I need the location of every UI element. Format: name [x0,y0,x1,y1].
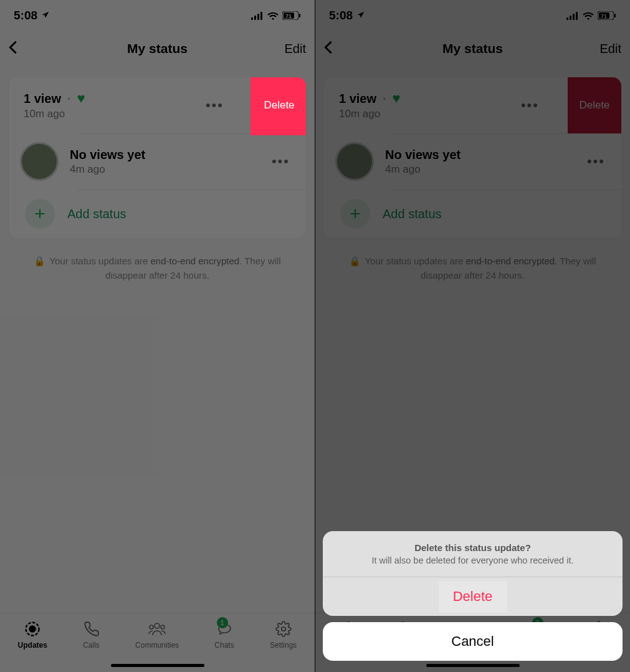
battery-icon: 71 [598,11,616,20]
svg-rect-2 [257,14,259,20]
action-sheet: Delete this status update? It will also … [323,531,623,661]
status-item[interactable]: 1 view · ♥ 10m ago ••• Delete [324,77,621,133]
add-status-row[interactable]: + Add status [324,190,621,238]
ios-status-bar: 5:08 71 [315,0,630,31]
status-item[interactable]: No views yet 4m ago ••• [324,133,621,190]
heart-icon: ♥ [393,90,401,107]
status-time: 10m ago [339,108,516,120]
gear-icon [275,620,292,638]
status-item[interactable]: No views yet 4m ago ••• [9,133,306,190]
location-arrow-icon [356,9,365,22]
status-time: 4m ago [70,163,267,176]
wifi-icon [583,12,594,20]
cellular-signal-icon [251,12,264,20]
encrypted-link[interactable]: end-to-end encrypted [151,256,240,266]
add-status-row[interactable]: + Add status [9,190,306,238]
add-status-label: Add status [67,207,126,221]
svg-rect-14 [566,17,568,20]
more-options-icon[interactable]: ••• [201,92,229,118]
svg-rect-3 [260,12,262,20]
sheet-subtitle: It will also be deleted for everyone who… [323,555,623,577]
chats-badge: 1 [217,617,228,628]
encryption-footnote: 🔒Your status updates are end-to-end encr… [315,238,630,282]
swipe-delete-button[interactable]: Delete [252,77,306,133]
page-title: My status [0,41,315,56]
nav-header: My status Edit [0,31,315,66]
phone-screenshot-left: 5:08 71 My status [0,0,315,672]
svg-rect-0 [251,17,253,20]
svg-point-11 [150,625,153,629]
home-indicator[interactable] [111,664,204,667]
location-arrow-icon [41,9,50,22]
tab-bar: Updates Calls Communities 1 Chats Settin… [0,613,315,672]
cellular-signal-icon [566,12,579,20]
svg-rect-20 [614,14,616,17]
battery-icon: 71 [282,11,301,20]
lock-icon: 🔒 [34,256,45,266]
tab-chats[interactable]: 1 Chats [214,620,234,672]
wifi-icon [267,12,279,20]
svg-text:71: 71 [601,13,607,19]
svg-rect-16 [573,14,575,20]
status-view-count: 1 view [339,92,376,106]
updates-icon [24,620,41,638]
status-view-count: 1 view [24,92,61,106]
clock-time: 5:08 [329,9,353,22]
status-item[interactable]: 1 view · ♥ 10m ago ••• Delete [9,77,306,133]
status-view-count: No views yet [385,148,461,162]
heart-icon: ♥ [77,90,85,107]
svg-point-13 [281,627,285,631]
page-title: My status [315,41,630,56]
status-view-count: No views yet [70,148,145,162]
nav-header: My status Edit [315,31,630,66]
status-thumbnail [20,142,59,181]
encryption-footnote: 🔒Your status updates are end-to-end encr… [0,238,315,282]
status-time: 4m ago [385,163,582,176]
svg-rect-1 [254,16,256,20]
tab-calls[interactable]: Calls [83,620,100,672]
status-time: 10m ago [24,108,201,120]
more-options-icon[interactable]: ••• [267,148,295,175]
clock-time: 5:08 [14,9,37,22]
svg-rect-15 [570,16,571,20]
phone-screenshot-right: 5:08 71 My status Edit 1 view · [315,0,630,672]
add-status-label: Add status [383,207,442,221]
svg-rect-17 [576,12,578,20]
encrypted-link[interactable]: end-to-end encrypted [466,256,555,266]
status-list-card: 1 view · ♥ 10m ago ••• Delete No views y… [9,77,306,238]
phone-icon [84,620,100,638]
communities-icon [148,620,166,638]
tab-settings[interactable]: Settings [270,620,297,672]
svg-point-12 [161,625,165,629]
sheet-title: Delete this status update? [323,531,623,555]
tab-updates[interactable]: Updates [18,620,47,672]
sheet-cancel-button[interactable]: Cancel [323,622,623,661]
swipe-delete-button[interactable]: Delete [568,77,621,133]
plus-icon: + [25,199,55,229]
ios-status-bar: 5:08 71 [0,0,315,31]
status-thumbnail [335,142,374,181]
action-sheet-card: Delete this status update? It will also … [323,531,623,616]
svg-point-10 [155,623,160,628]
more-options-icon[interactable]: ••• [582,148,610,175]
status-list-card: 1 view · ♥ 10m ago ••• Delete No views y… [324,77,621,238]
svg-rect-6 [299,14,300,17]
plus-icon: + [340,199,370,229]
svg-point-9 [29,625,36,633]
lock-icon: 🔒 [349,256,361,266]
home-indicator[interactable] [426,664,520,667]
svg-text:71: 71 [285,13,292,19]
sheet-delete-button[interactable]: Delete [323,577,623,616]
more-options-icon[interactable]: ••• [516,92,544,118]
